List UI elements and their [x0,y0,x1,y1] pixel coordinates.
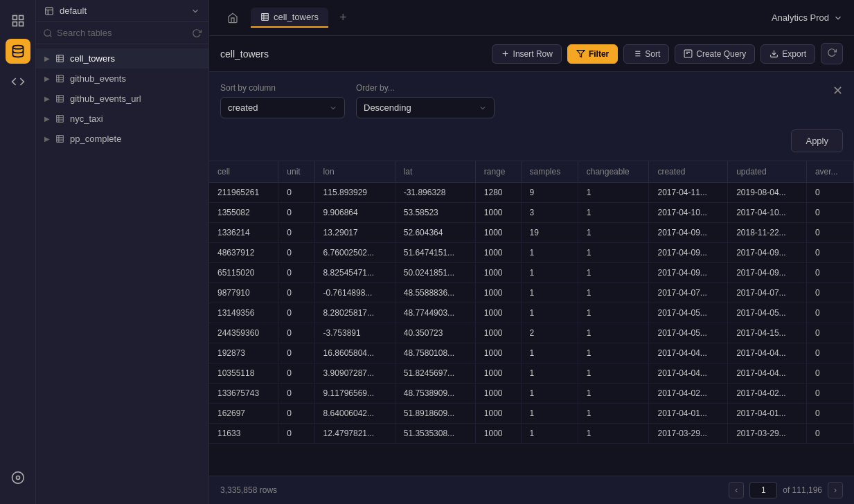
table-item-nyc-taxi[interactable]: ▶ nyc_taxi [36,109,208,129]
cell-range: 1000 [475,243,521,263]
cell-samples: 1 [521,424,578,444]
table-item-pp-complete[interactable]: ▶ pp_complete [36,129,208,149]
cell-lat: 50.0241851... [395,263,475,283]
cell-changeable: 1 [578,223,649,243]
cell-range: 1280 [475,183,521,203]
cell-aver: 0 [806,384,853,404]
cell-lon: 8.28025817... [314,303,395,323]
table-name: cell_towers [70,53,115,64]
table-icon [44,6,54,16]
refresh-button[interactable] [821,43,843,64]
pagination: 3,335,858 rows ‹ of 111,196 › [209,476,854,504]
cell-changeable: 1 [578,384,649,404]
table-item-cell-towers[interactable]: ▶ cell_towers [36,48,208,69]
col-header-range[interactable]: range [475,161,521,183]
page-input[interactable] [749,482,777,498]
filter-button[interactable]: Filter [567,44,618,64]
cell-cell: 13149356 [209,303,278,323]
sort-close-button[interactable]: ✕ [833,83,843,98]
order-select[interactable]: Descending [356,97,495,118]
cell-changeable: 1 [578,323,649,343]
cell-range: 1000 [475,424,521,444]
workspace-selector[interactable]: Analytics Prod [772,12,843,23]
chevron-icon: ▶ [44,75,50,82]
sort-panel: Sort by column created Order by... Desce… [209,72,854,161]
home-tab[interactable] [220,8,245,28]
sort-column-select[interactable]: created [220,97,345,118]
table-container[interactable]: cell unit lon lat range samples changeab… [209,161,854,476]
cell-lat: 51.8918609... [395,404,475,424]
cell-cell: 192873 [209,343,278,363]
col-header-updated[interactable]: updated [728,161,807,183]
table-row: 98779100-0.7614898...48.5588836...100011… [209,283,854,303]
cell-samples: 1 [521,384,578,404]
refresh-icon[interactable] [192,28,202,38]
db-selector[interactable]: default [36,0,208,22]
cell-created: 2017-04-04... [649,343,728,363]
chevron-icon: ▶ [44,135,50,143]
data-table: cell unit lon lat range samples changeab… [209,161,854,444]
cell-samples: 9 [521,183,578,203]
table-row: 4863791206.76002502...51.6474151...10001… [209,243,854,263]
search-bar [36,22,208,44]
sort-button[interactable]: Sort [623,44,669,64]
table-item-github-events[interactable]: ▶ github_events [36,69,208,89]
insert-row-button[interactable]: Insert Row [492,44,562,64]
sort-by-field: Sort by column created [220,83,345,118]
prev-page-button[interactable]: ‹ [729,482,744,498]
cell-aver: 0 [806,183,853,203]
cell-updated: 2017-04-04... [728,363,807,384]
cell-cell: 9877910 [209,283,278,303]
export-button[interactable]: Export [760,44,815,64]
create-query-button[interactable]: Create Query [675,44,755,64]
query-icon [684,49,693,58]
cell-updated: 2017-04-05... [728,303,807,323]
query-icon-btn[interactable] [6,69,30,94]
col-header-cell[interactable]: cell [209,161,278,183]
table-item-github-events-url[interactable]: ▶ github_events_url [36,89,208,109]
insert-row-label: Insert Row [513,49,553,59]
cell-cell: 162697 [209,404,278,424]
col-header-lon[interactable]: lon [314,161,395,183]
table-tab-icon [260,12,269,21]
col-header-unit[interactable]: unit [278,161,314,183]
svg-rect-14 [262,14,269,21]
cell-lon: 13.29017 [314,223,395,243]
cell-aver: 0 [806,323,853,343]
add-tab-button[interactable]: + [334,8,353,28]
cell-lon: 6.76002502... [314,243,395,263]
cell-lon: 8.82545471... [314,263,395,283]
cell-range: 1000 [475,263,521,283]
cell-towers-tab[interactable]: cell_towers [251,8,328,28]
next-page-button[interactable]: › [828,482,843,498]
cell-unit: 0 [278,243,314,263]
pagination-controls: ‹ of 111,196 › [729,482,843,498]
col-header-created[interactable]: created [649,161,728,183]
apply-button[interactable]: Apply [791,129,843,152]
cell-aver: 0 [806,343,853,363]
chevron-icon: ▶ [44,55,50,62]
col-header-lat[interactable]: lat [395,161,475,183]
home-icon-btn[interactable] [6,8,30,33]
cell-unit: 0 [278,263,314,283]
search-input[interactable] [57,28,188,38]
cell-created: 2017-03-29... [649,424,728,444]
workspace-label: Analytics Prod [772,12,829,23]
col-header-aver[interactable]: aver... [806,161,853,183]
cell-aver: 0 [806,223,853,243]
col-header-changeable[interactable]: changeable [578,161,649,183]
cell-range: 1000 [475,203,521,223]
cell-samples: 1 [521,404,578,424]
svg-rect-6 [46,7,53,15]
table-name: github_events_url [70,93,141,104]
export-icon [770,49,779,58]
sort-column-value: created [228,102,258,113]
database-icon-btn[interactable] [6,39,30,64]
chevron-down-icon [329,104,337,112]
cell-samples: 1 [521,343,578,363]
cell-unit: 0 [278,424,314,444]
table-icon [55,74,64,83]
settings-icon-btn[interactable] [6,465,30,490]
col-header-samples[interactable]: samples [521,161,578,183]
export-label: Export [782,49,806,59]
